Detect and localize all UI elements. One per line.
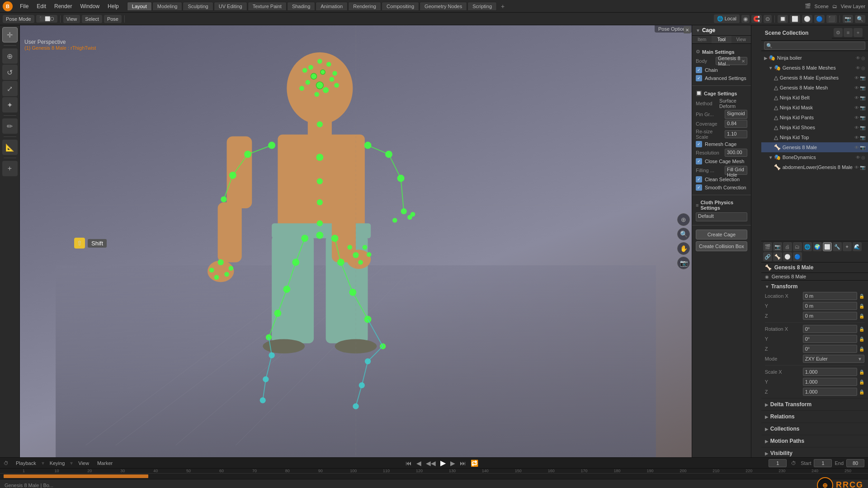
jump-end-button[interactable]: ⏭ [459, 460, 467, 467]
tab-geometry-nodes[interactable]: Geometry Nodes [420, 2, 467, 11]
mode-selector[interactable]: Pose Mode [3, 15, 34, 23]
snap-icon[interactable]: 🧲 [751, 15, 762, 23]
smooth-correction-checkbox[interactable] [696, 184, 702, 191]
next-frame-button[interactable]: ▶ [449, 460, 456, 467]
collections-header[interactable]: ▶ Collections [765, 425, 864, 433]
current-frame-input[interactable] [769, 459, 787, 467]
filter2-icon[interactable]: ≡ [844, 28, 853, 37]
rotation-y-value[interactable]: 0° [803, 335, 857, 343]
menu-window[interactable]: Window [76, 2, 103, 10]
shoes-eye-icon[interactable]: 👁 [854, 125, 859, 130]
visibility-header[interactable]: ▶ Visibility [765, 449, 864, 457]
scale-z-lock[interactable]: 🔒 [859, 389, 864, 394]
tree-item-belt[interactable]: △ Ninja Kid Belt 👁 📷 [761, 93, 868, 103]
view-menu[interactable]: View [63, 15, 80, 23]
tool-add[interactable]: + [2, 161, 18, 176]
shading-solid-icon[interactable]: ⚪ [802, 15, 812, 23]
shading-material-icon[interactable]: 🔵 [814, 15, 825, 23]
props-tab-constraints[interactable]: 🔗 [763, 252, 772, 261]
eyelashes-eye-icon[interactable]: 👁 [854, 75, 859, 80]
ninja-cursor-icon[interactable]: ◎ [861, 56, 865, 61]
proportional-edit-icon[interactable]: ⊙ [764, 15, 772, 23]
tree-item-g8male[interactable]: 🦴 Genesis 8 Male 👁 📷 [761, 142, 868, 152]
belt-render-icon[interactable]: 📷 [860, 95, 865, 100]
scene-name[interactable]: Scene [815, 4, 829, 9]
pants-render-icon[interactable]: 📷 [860, 115, 865, 120]
scale-y-value[interactable]: 1.000 [803, 378, 857, 386]
menu-file[interactable]: File [16, 2, 32, 10]
nav-pan-icon[interactable]: ✋ [677, 242, 690, 255]
create-collision-box-button[interactable]: Create Collision Box [696, 241, 747, 251]
abdomen-eye-icon[interactable]: 👁 [854, 165, 859, 170]
location-z-lock[interactable]: 🔒 [859, 314, 864, 319]
tab-sculpting[interactable]: Sculpting [183, 2, 213, 11]
view-layer-name[interactable]: View Layer [841, 4, 865, 9]
menu-help[interactable]: Help [104, 2, 123, 10]
remesh-cage-checkbox[interactable] [696, 141, 702, 147]
shoes-render-icon[interactable]: 📷 [860, 125, 865, 130]
prev-frame-button[interactable]: ◀ [415, 460, 422, 467]
play-button[interactable]: ▶ [439, 459, 447, 467]
close-cage-checkbox[interactable] [696, 158, 702, 164]
tree-item-mask[interactable]: △ Ninja Kid Mask 👁 📷 [761, 103, 868, 113]
scale-x-lock[interactable]: 🔒 [859, 370, 864, 375]
tree-item-g8-meshes[interactable]: ▼ 🎭 Genesis 8 Male Meshes 👁 ◎ [761, 63, 868, 73]
resize-scale-input[interactable]: 1.10 [725, 130, 747, 138]
xray-icon[interactable]: ⬜ [790, 15, 800, 23]
filter-icon[interactable]: ⚙ [834, 28, 843, 37]
scale-z-value[interactable]: 1.000 [803, 388, 857, 396]
select-mode[interactable]: ⬛⬜⬡ [36, 15, 57, 23]
mode-dropdown[interactable]: ZXY Euler ▼ [803, 355, 864, 363]
end-frame-input[interactable]: 80 [846, 459, 864, 467]
tab-scripting[interactable]: Scripting [467, 2, 497, 11]
cage-tab-item[interactable]: Item [692, 36, 712, 43]
tab-texture-paint[interactable]: Texture Paint [248, 2, 287, 11]
view-menu-tl[interactable]: View [75, 460, 92, 467]
search-icon[interactable]: 🔍 [855, 15, 865, 23]
eyelashes-render-icon[interactable]: 📷 [860, 75, 865, 80]
tool-rotate[interactable]: ↺ [2, 65, 18, 80]
reverse-play-button[interactable]: ◀◀ [425, 460, 437, 467]
mask-render-icon[interactable]: 📷 [860, 105, 865, 110]
tab-shading[interactable]: Shading [287, 2, 315, 11]
resolution-input[interactable]: 300.00 [725, 149, 747, 157]
filling-dropdown[interactable]: Fill Grid Hole [725, 166, 747, 175]
scale-x-value[interactable]: 1.000 [803, 368, 857, 376]
props-tab-scene[interactable]: 🎬 [763, 242, 772, 251]
top-render-icon[interactable]: 📷 [860, 135, 865, 140]
g8male-eye-icon[interactable]: 👁 [854, 145, 859, 150]
rotation-z-value[interactable]: 0° [803, 345, 857, 353]
cage-collapse-arrow[interactable]: ▼ [696, 28, 700, 33]
tool-scale[interactable]: ⤢ [2, 81, 18, 96]
g8mesh-render-icon[interactable]: 📷 [860, 85, 865, 90]
pants-eye-icon[interactable]: 👁 [854, 115, 859, 120]
create-cage-button[interactable]: Create Cage [696, 230, 747, 239]
tool-annotate[interactable]: ✏ [2, 118, 18, 134]
props-tab-material[interactable]: ⚪ [783, 252, 792, 261]
tree-item-ninja-boiler[interactable]: ▶ 🎭 Ninja boiler 👁 ◎ [761, 53, 868, 63]
overlay-icon[interactable]: 🔲 [778, 15, 788, 23]
scene-search-input[interactable] [764, 42, 865, 50]
props-tab-physics[interactable]: 🌊 [853, 242, 862, 251]
cage-main-settings-header[interactable]: ⚙ Main Settings [696, 47, 747, 56]
cloth-physics-header[interactable]: ≡ Cloth Physics Settings [696, 198, 747, 212]
props-tab-view-layer[interactable]: 🗂 [793, 242, 802, 251]
tree-item-bonedynamics[interactable]: ▼ 🎭 BoneDynamics 👁 ◎ [761, 152, 868, 162]
body-value[interactable]: Genesis 8 Mal... ✕ [716, 57, 747, 65]
tab-rendering[interactable]: Rendering [348, 2, 381, 11]
props-tab-particles[interactable]: ✦ [843, 242, 852, 251]
pin-group-dropdown[interactable]: Sigmoid [725, 110, 747, 119]
render-camera-icon[interactable]: 📷 [843, 15, 853, 23]
location-x-value[interactable]: 0 m [803, 292, 857, 300]
motion-paths-header[interactable]: ▶ Motion Paths [765, 437, 864, 445]
shading-render-icon[interactable]: ⬛ [826, 15, 837, 23]
cage-settings-header[interactable]: 🔲 Cage Settings [696, 89, 747, 98]
marker-menu[interactable]: Marker [94, 460, 115, 467]
props-tab-render[interactable]: 📷 [773, 242, 782, 251]
g8mesh-eye-icon[interactable]: 👁 [854, 85, 859, 90]
add-collection-icon[interactable]: + [854, 28, 863, 37]
tool-cursor[interactable]: ✛ [2, 27, 18, 42]
rotation-y-lock[interactable]: 🔒 [859, 337, 864, 342]
pivot-icon[interactable]: ◉ [741, 15, 750, 23]
playback-menu[interactable]: Playback [13, 460, 39, 467]
